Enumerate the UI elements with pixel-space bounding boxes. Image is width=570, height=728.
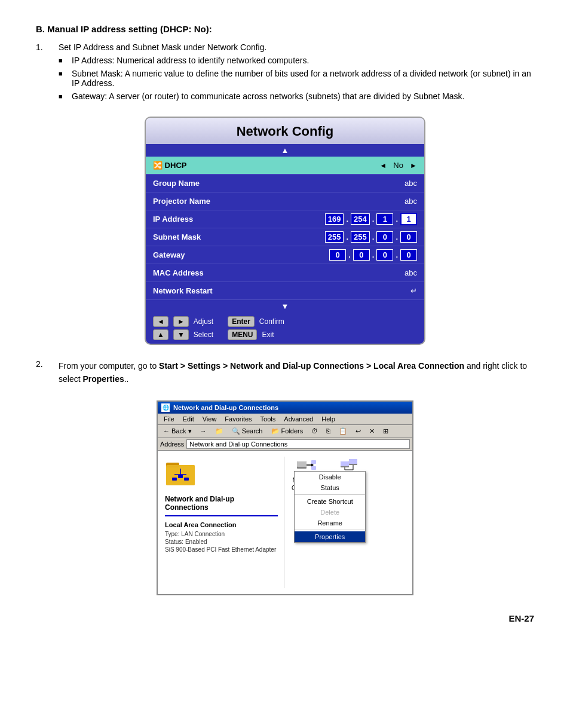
toolbar-delete[interactable]: ✕ <box>366 426 378 436</box>
menu-favorites[interactable]: Favorites <box>221 415 255 423</box>
step1-number: 1. <box>36 42 53 105</box>
nc-sub-3[interactable]: 0 <box>376 231 393 243</box>
nc-dhcp-right[interactable]: ► <box>410 161 417 170</box>
nc-dhcp-value: ◄ No ► <box>379 161 417 170</box>
nc-ip-3[interactable]: 1 <box>376 213 393 225</box>
svg-rect-15 <box>341 461 349 466</box>
ctx-status[interactable]: Status <box>295 482 365 493</box>
nc-gw-dot-3: . <box>396 250 398 259</box>
toolbar-back[interactable]: ← Back ▾ <box>160 426 195 436</box>
nc-gw-1[interactable]: 0 <box>329 249 346 261</box>
ctx-properties[interactable]: Properties <box>295 531 365 542</box>
nc-title: Network Config <box>146 118 424 144</box>
win-content: Network and Dial-up Connections Local Ar… <box>158 451 412 594</box>
nc-gw-dot-1: . <box>348 250 351 259</box>
nc-footer-row1: ◄ ► Adjust Enter Confirm <box>153 315 417 328</box>
nc-row-subnet-mask[interactable]: Subnet Mask 255 . 255 . 0 . 0 <box>146 228 424 246</box>
nc-dhcp-left[interactable]: ◄ <box>379 161 387 170</box>
nc-row-dhcp[interactable]: 🔀 DHCP ◄ No ► <box>146 157 424 175</box>
nc-row-group-name[interactable]: Group Name abc <box>146 175 424 192</box>
nc-row-mac-address[interactable]: MAC Address abc <box>146 264 424 282</box>
win-left-pane: Network and Dial-up Connections Local Ar… <box>165 457 284 588</box>
nc-sub-4[interactable]: 0 <box>400 231 417 243</box>
menu-advanced[interactable]: Advanced <box>280 415 317 423</box>
nc-ip-value: 169 . 254 . 1 . 1 <box>325 213 417 225</box>
win-titlebar-text: Network and Dial-up Connections <box>173 404 278 411</box>
nc-sub-2[interactable]: 255 <box>351 231 370 243</box>
svg-rect-9 <box>297 461 307 467</box>
nc-ip-4[interactable]: 1 <box>400 213 417 225</box>
nc-ip-2[interactable]: 254 <box>351 213 370 225</box>
win-icon-local-area[interactable]: Local AreaConnections Disable Status Cre… <box>333 457 366 492</box>
ctx-delete[interactable]: Delete <box>295 507 365 518</box>
folder-icon <box>165 457 196 487</box>
nc-row-projector-name[interactable]: Projector Name abc <box>146 192 424 210</box>
toolbar-history[interactable]: ⏱ <box>308 426 321 436</box>
nc-gw-dot-2: . <box>372 250 375 259</box>
menu-file[interactable]: File <box>160 415 178 423</box>
nc-mac-value: abc <box>404 268 417 277</box>
nc-key-right[interactable]: ► <box>173 316 189 327</box>
toolbar-undo[interactable]: ↩ <box>353 426 364 436</box>
nc-row-gateway[interactable]: Gateway 0 . 0 . 0 . 0 <box>146 246 424 264</box>
page-number: EN-27 <box>36 613 534 623</box>
address-value[interactable]: Network and Dial-up Connections <box>186 439 410 449</box>
nc-row-network-restart[interactable]: Network Restart ↵ <box>146 282 424 300</box>
nc-key-left[interactable]: ◄ <box>153 316 168 327</box>
win-conn-adapter: SiS 900-Based PCI Fast Ethernet Adapter <box>165 546 278 553</box>
nc-projector-name-label: Projector Name <box>153 197 231 206</box>
ctx-disable[interactable]: Disable <box>295 472 365 482</box>
win-conn-type: Type: LAN Connection <box>165 531 278 537</box>
menu-help[interactable]: Help <box>318 415 339 423</box>
toolbar-views[interactable]: ⊞ <box>380 426 391 436</box>
nc-row-ip-address[interactable]: IP Address 169 . 254 . 1 . 1 <box>146 210 424 228</box>
nc-sub-dot-3: . <box>396 233 398 241</box>
address-label: Address <box>160 441 184 448</box>
svg-rect-12 <box>311 460 316 464</box>
menu-view[interactable]: View <box>199 415 220 423</box>
toolbar-folders[interactable]: 📂 Folders <box>268 426 307 436</box>
win-menubar: File Edit View Favorites Tools Advanced … <box>158 414 412 425</box>
section-title: B. Manual IP address setting (DHCP: No): <box>36 24 534 34</box>
network-config-wrapper: Network Config ▲ 🔀 DHCP ◄ No ► Group Nam… <box>36 117 534 345</box>
toolbar-forward[interactable]: → <box>197 426 210 436</box>
win-icons-area: Make NewConnection <box>292 457 405 492</box>
menu-edit[interactable]: Edit <box>179 415 198 423</box>
toolbar-copy[interactable]: ⎘ <box>323 426 333 436</box>
nc-gw-3[interactable]: 0 <box>376 249 393 261</box>
win-right-pane: Make NewConnection <box>284 457 405 588</box>
bullet-3-text: Gateway: A server (or router) to communi… <box>72 91 465 101</box>
nc-dhcp-icon: 🔀 DHCP <box>153 161 231 170</box>
step2-number: 2. <box>36 359 53 391</box>
nc-gw-2[interactable]: 0 <box>353 249 370 261</box>
nc-sub-1[interactable]: 255 <box>325 231 344 243</box>
nc-dot-3: . <box>396 215 398 224</box>
ctx-sep-1 <box>295 494 365 495</box>
bullet-2: Subnet Mask: A numeric value to define t… <box>59 69 534 88</box>
ctx-sep-2 <box>295 530 365 530</box>
nc-subnet-label: Subnet Mask <box>153 233 231 241</box>
toolbar-paste[interactable]: 📋 <box>336 426 350 436</box>
network-config-dialog: Network Config ▲ 🔀 DHCP ◄ No ► Group Nam… <box>145 117 425 345</box>
step1-content: Set IP Address and Subnet Mask under Net… <box>59 42 534 105</box>
nc-gw-4[interactable]: 0 <box>400 249 417 261</box>
nc-ip-1[interactable]: 169 <box>325 213 344 225</box>
toolbar-search[interactable]: 🔍 Search <box>229 426 266 436</box>
win-address-bar: Address Network and Dial-up Connections <box>158 438 412 451</box>
nc-gateway-value: 0 . 0 . 0 . 0 <box>329 249 417 261</box>
toolbar-up[interactable]: 📁 <box>212 426 226 436</box>
svg-rect-17 <box>349 459 357 464</box>
nc-key-up[interactable]: ▲ <box>153 329 168 340</box>
win-left-sub <box>165 512 278 516</box>
step2-period: .. <box>124 374 129 384</box>
ctx-rename[interactable]: Rename <box>295 518 365 528</box>
nc-footer-row2: ▲ ▼ Select MENU Exit <box>153 328 417 341</box>
nc-confirm-label: Confirm <box>259 317 284 326</box>
ctx-create-shortcut[interactable]: Create Shortcut <box>295 496 365 507</box>
menu-tools[interactable]: Tools <box>257 415 280 423</box>
svg-rect-13 <box>311 466 316 470</box>
nc-key-enter[interactable]: Enter <box>228 316 255 327</box>
nc-key-menu[interactable]: MENU <box>228 329 257 340</box>
nc-group-name-label: Group Name <box>153 179 231 188</box>
nc-key-down[interactable]: ▼ <box>173 329 189 340</box>
